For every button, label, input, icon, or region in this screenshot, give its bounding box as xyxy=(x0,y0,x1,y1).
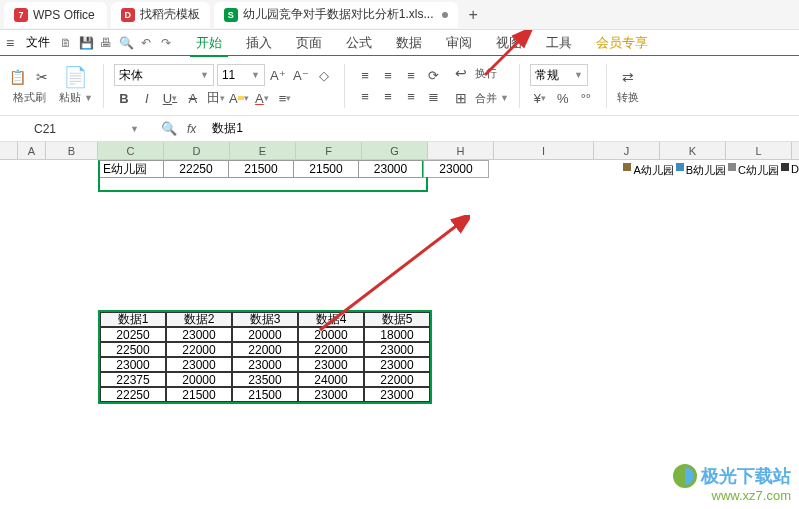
fx-search-icon[interactable]: 🔍 xyxy=(159,120,179,138)
underline-button[interactable]: U▾ xyxy=(160,89,180,107)
cell[interactable]: 22250 xyxy=(100,387,166,402)
cell[interactable]: 21500 xyxy=(228,160,294,178)
tab-tools[interactable]: 工具 xyxy=(534,30,584,56)
cell[interactable]: 23000 xyxy=(298,357,364,372)
tab-document[interactable]: S 幼儿园竞争对手数据对比分析1.xls... xyxy=(214,2,459,28)
cell[interactable]: 23000 xyxy=(166,327,232,342)
cell[interactable]: 22000 xyxy=(166,342,232,357)
col-header[interactable]: B xyxy=(46,142,98,159)
cell[interactable]: 23000 xyxy=(364,387,430,402)
cell-label[interactable]: E幼儿园 xyxy=(98,160,164,178)
fx-icon[interactable]: fx xyxy=(179,122,204,136)
cell[interactable]: 23000 xyxy=(364,357,430,372)
cell[interactable]: 23000 xyxy=(364,342,430,357)
cell[interactable]: 20000 xyxy=(166,372,232,387)
comma-button[interactable]: °° xyxy=(576,89,596,107)
tab-membership[interactable]: 会员专享 xyxy=(584,30,660,56)
cell[interactable]: 23000 xyxy=(232,357,298,372)
print-icon[interactable]: 🖶 xyxy=(96,33,116,53)
col-header[interactable]: I xyxy=(494,142,594,159)
name-box[interactable] xyxy=(30,120,130,138)
name-box-dropdown-icon[interactable]: ▼ xyxy=(130,124,139,134)
tab-view[interactable]: 视图 xyxy=(484,30,534,56)
new-tab-button[interactable]: + xyxy=(458,6,487,24)
strike-button[interactable]: A xyxy=(183,89,203,107)
tab-data[interactable]: 数据 xyxy=(384,30,434,56)
grid-body[interactable]: E幼儿园 22250 21500 21500 23000 23000 A幼儿园 … xyxy=(0,160,799,500)
tab-formula[interactable]: 公式 xyxy=(334,30,384,56)
table-header[interactable]: 数据1 xyxy=(100,312,166,327)
phonetic-button[interactable]: ≡▾ xyxy=(275,89,295,107)
tab-page[interactable]: 页面 xyxy=(284,30,334,56)
font-name-select[interactable]: 宋体 ▼ xyxy=(114,64,214,86)
currency-button[interactable]: ¥▾ xyxy=(530,89,550,107)
align-left-button[interactable]: ≡ xyxy=(355,87,375,105)
italic-button[interactable]: I xyxy=(137,89,157,107)
cell[interactable]: 20000 xyxy=(232,327,298,342)
cell[interactable]: 23000 xyxy=(100,357,166,372)
orientation-button[interactable]: ⟳ xyxy=(424,66,444,84)
undo-icon[interactable]: ↶ xyxy=(136,33,156,53)
col-header[interactable]: C xyxy=(98,142,164,159)
convert-icon[interactable]: ⇄ xyxy=(617,66,639,88)
tab-start[interactable]: 开始 xyxy=(184,30,234,56)
align-top-button[interactable]: ≡ xyxy=(355,66,375,84)
tab-wps-home[interactable]: 7 WPS Office xyxy=(4,2,107,28)
col-header[interactable]: A xyxy=(18,142,46,159)
save-icon[interactable]: 💾 xyxy=(76,33,96,53)
table-header[interactable]: 数据2 xyxy=(166,312,232,327)
indent-button[interactable]: ≣ xyxy=(424,87,444,105)
tab-insert[interactable]: 插入 xyxy=(234,30,284,56)
cell[interactable]: 20000 xyxy=(298,327,364,342)
col-header[interactable]: K xyxy=(660,142,726,159)
increase-font-button[interactable]: A⁺ xyxy=(268,66,288,84)
cell[interactable]: 21500 xyxy=(293,160,359,178)
col-header[interactable]: F xyxy=(296,142,362,159)
align-middle-button[interactable]: ≡ xyxy=(378,66,398,84)
align-center-button[interactable]: ≡ xyxy=(378,87,398,105)
percent-button[interactable]: % xyxy=(553,89,573,107)
copy-icon[interactable]: 📋 xyxy=(6,66,28,88)
app-menu-button[interactable]: ≡ xyxy=(0,35,20,51)
paste-label[interactable]: 粘贴 xyxy=(59,90,81,105)
col-header[interactable]: H xyxy=(428,142,494,159)
number-format-select[interactable]: 常规 ▼ xyxy=(530,64,588,86)
corner-select[interactable] xyxy=(0,142,18,159)
new-doc-icon[interactable]: 🗎 xyxy=(56,33,76,53)
paste-icon[interactable]: 📄 xyxy=(65,66,87,88)
cell[interactable]: 23000 xyxy=(166,357,232,372)
chevron-down-icon[interactable]: ▼ xyxy=(84,93,93,103)
cell[interactable]: 22375 xyxy=(100,372,166,387)
cell[interactable]: 24000 xyxy=(298,372,364,387)
spreadsheet-grid[interactable]: A B C D E F G H I J K L E幼儿园 22250 21500… xyxy=(0,142,799,502)
col-header[interactable]: E xyxy=(230,142,296,159)
col-header[interactable]: J xyxy=(594,142,660,159)
redo-icon[interactable]: ↷ xyxy=(156,33,176,53)
table-header[interactable]: 数据4 xyxy=(298,312,364,327)
cell[interactable]: 20250 xyxy=(100,327,166,342)
cell[interactable]: 21500 xyxy=(232,387,298,402)
cell[interactable]: 22250 xyxy=(163,160,229,178)
cell[interactable]: 22000 xyxy=(298,342,364,357)
wrap-button[interactable]: ↩ 换行 xyxy=(450,62,509,84)
tab-review[interactable]: 审阅 xyxy=(434,30,484,56)
format-brush-label[interactable]: 格式刷 xyxy=(13,90,46,105)
formula-value[interactable]: 数据1 xyxy=(204,120,243,137)
font-size-select[interactable]: 11 ▼ xyxy=(217,64,265,86)
align-bottom-button[interactable]: ≡ xyxy=(401,66,421,84)
decrease-font-button[interactable]: A⁻ xyxy=(291,66,311,84)
cell[interactable]: 18000 xyxy=(364,327,430,342)
col-header[interactable]: L xyxy=(726,142,792,159)
bold-button[interactable]: B xyxy=(114,89,134,107)
cell[interactable]: 22500 xyxy=(100,342,166,357)
cell[interactable]: 23000 xyxy=(298,387,364,402)
selected-data-table[interactable]: 数据1 数据2 数据3 数据4 数据5 20250230002000020000… xyxy=(98,310,432,404)
cell[interactable]: 21500 xyxy=(166,387,232,402)
file-menu[interactable]: 文件 xyxy=(20,34,56,51)
align-right-button[interactable]: ≡ xyxy=(401,87,421,105)
table-header[interactable]: 数据5 xyxy=(364,312,430,327)
col-header[interactable]: G xyxy=(362,142,428,159)
table-header[interactable]: 数据3 xyxy=(232,312,298,327)
merge-button[interactable]: ⊞ 合并 ▼ xyxy=(450,87,509,109)
tab-docer[interactable]: D 找稻壳模板 xyxy=(111,2,210,28)
